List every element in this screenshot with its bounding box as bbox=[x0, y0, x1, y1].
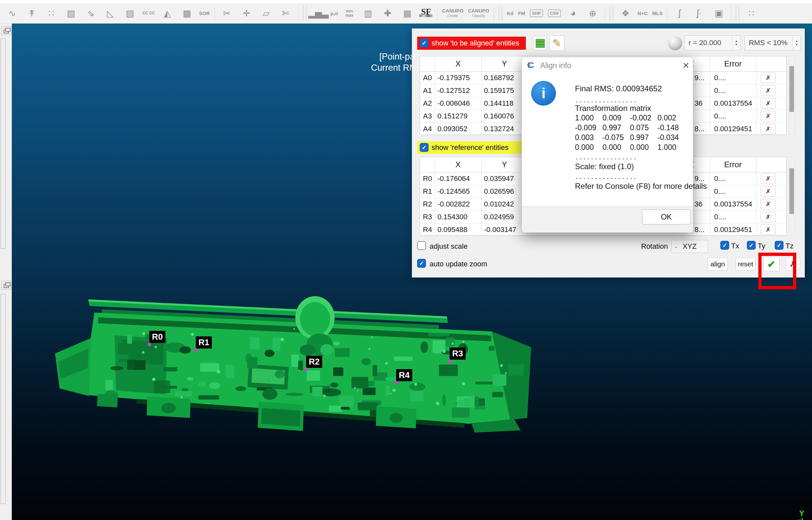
spline-fit-icon[interactable]: ʃ· bbox=[691, 6, 707, 21]
row-label: R2 bbox=[420, 198, 435, 210]
shp-file-icon[interactable]: SHP bbox=[530, 6, 543, 21]
align-button[interactable]: align bbox=[708, 258, 728, 270]
validate-button[interactable]: ✔ bbox=[763, 257, 780, 271]
matrix-value: -0.009 bbox=[575, 123, 603, 133]
mesh-sample-icon[interactable]: ◺ bbox=[103, 6, 118, 21]
toggle-ty-checkbox[interactable]: ✓ bbox=[747, 241, 756, 250]
matrix-value: 0.997 bbox=[630, 133, 657, 143]
toolbar-drag-handle[interactable] bbox=[610, 6, 613, 20]
radius-field[interactable]: r = 20.000 ▲▼ bbox=[684, 35, 741, 50]
show-reference-toggle[interactable]: ✓ show 'reference' entities bbox=[417, 141, 525, 154]
sphere-picking-button[interactable] bbox=[668, 36, 682, 50]
point-picking-icon[interactable]: ▧ bbox=[123, 6, 137, 21]
gauss-stats-icon[interactable]: μ,σ bbox=[331, 6, 338, 21]
toggle-tz-checkbox[interactable]: ✓ bbox=[775, 241, 784, 250]
delete-point-button[interactable]: ✗ bbox=[761, 85, 776, 96]
cancel-button[interactable]: ✗ bbox=[786, 258, 800, 270]
cc-compare-icon[interactable]: CC CC bbox=[142, 6, 155, 21]
delete-point-button[interactable]: ✗ bbox=[761, 98, 776, 109]
filter-noise-icon[interactable]: ▥ bbox=[360, 6, 376, 21]
rms-threshold-field[interactable]: RMS < 10% ▲▼ bbox=[744, 35, 801, 50]
point-cloud-icon[interactable]: ∷ bbox=[44, 6, 59, 21]
delete-point-button[interactable]: ✗ bbox=[761, 111, 776, 122]
cell-x: 0.151279 bbox=[437, 110, 480, 122]
toggle-tz-label: Tz bbox=[785, 242, 793, 250]
rotation-dropdown[interactable]: ⌄ XYZ bbox=[671, 240, 708, 253]
dock-float-button[interactable] bbox=[1, 26, 11, 35]
toggle-tx-checkbox[interactable]: ✓ bbox=[720, 241, 729, 250]
collapsed-dock-panel[interactable] bbox=[1, 294, 5, 504]
row-label: A1 bbox=[420, 84, 435, 97]
picked-point-marker bbox=[448, 359, 452, 363]
pie-chart-icon[interactable]: ◕ bbox=[565, 6, 581, 21]
edit-pencil-button[interactable]: ✎ bbox=[550, 35, 564, 51]
delete-point-button[interactable]: ✗ bbox=[761, 124, 776, 134]
translate-rotate-icon[interactable]: ✛ bbox=[239, 6, 254, 21]
toolbar-drag-handle[interactable] bbox=[303, 6, 306, 20]
calculator-icon[interactable]: ▦ bbox=[400, 6, 415, 21]
ok-button[interactable]: OK bbox=[642, 209, 690, 225]
adjust-scale-checkbox[interactable]: ✓ bbox=[417, 241, 426, 250]
canupo-create-icon[interactable]: CANUPOCreate bbox=[442, 6, 463, 21]
cell-error: 0.00137554 bbox=[714, 97, 755, 110]
classification-dots-icon[interactable]: ∷ bbox=[744, 6, 759, 21]
cell-y: 0.035947 bbox=[484, 172, 526, 185]
radius-spinner[interactable]: ▲▼ bbox=[732, 36, 740, 50]
collapsed-dock-panel[interactable] bbox=[1, 38, 5, 249]
plugins-icon[interactable]: ❖ bbox=[618, 6, 633, 21]
interactive-segment-icon[interactable]: ✄ bbox=[278, 6, 294, 21]
show-reference-checkbox[interactable]: ✓ bbox=[420, 143, 429, 152]
rms-spinner[interactable]: ▲▼ bbox=[792, 36, 801, 50]
adjust-scale-label: adjust scale bbox=[430, 242, 467, 251]
cell-z-partial bbox=[694, 110, 709, 122]
mesh-surface-icon[interactable]: ▨ bbox=[64, 6, 79, 21]
delete-point-button[interactable]: ✗ bbox=[761, 212, 776, 222]
histogram-icon[interactable]: ▂▅▃ bbox=[311, 6, 326, 21]
scissors-segment-icon[interactable]: ✂ bbox=[219, 6, 234, 21]
aligned-table-scrollbar[interactable] bbox=[788, 56, 795, 135]
cell-x: -0.002822 bbox=[437, 198, 480, 210]
delete-point-button[interactable]: ✗ bbox=[761, 225, 776, 235]
csv-file-icon[interactable]: CSV bbox=[548, 6, 561, 21]
toolbar-separator bbox=[298, 6, 298, 21]
globe-icon[interactable]: ⊕ bbox=[585, 6, 600, 21]
toolbar-drag-handle[interactable] bbox=[736, 6, 739, 20]
auto-update-zoom-label: auto update zoom bbox=[430, 260, 487, 268]
scalar-field-icon[interactable]: SF bbox=[420, 6, 433, 21]
cage-edit-icon[interactable]: ▣ bbox=[711, 6, 726, 21]
cell-z-partial: 36 bbox=[694, 97, 709, 110]
auto-update-zoom-checkbox[interactable]: ✓ bbox=[417, 259, 426, 268]
main-toolbar: ∿↟∷▨⇘◺▧CC CC◭▩SOR✂✛▱✄▂▅▃μ,σmin max▥✚▦SFC… bbox=[0, 3, 812, 24]
cross-section-icon[interactable]: ▱ bbox=[259, 6, 274, 21]
dialog-close-button[interactable]: ✕ bbox=[681, 60, 691, 70]
npc-icon[interactable]: N+C bbox=[637, 6, 647, 21]
cell-x: 0.154300 bbox=[437, 210, 480, 223]
person-height-icon[interactable]: ↟ bbox=[24, 6, 39, 21]
canupo-classify-icon[interactable]: CANUPOClassify bbox=[468, 6, 489, 21]
primitives-icon[interactable]: ◭ bbox=[160, 6, 175, 21]
delete-point-button[interactable]: ✗ bbox=[761, 186, 776, 197]
minmax-filter-icon[interactable]: min max bbox=[343, 6, 356, 21]
add-point-icon[interactable]: ✚ bbox=[380, 6, 395, 21]
cell-z-partial: 8... bbox=[694, 122, 709, 135]
fm-icon[interactable]: FM bbox=[518, 6, 525, 21]
delete-point-button[interactable]: ✗ bbox=[761, 199, 776, 209]
row-label: A0 bbox=[420, 71, 435, 84]
kd-tree-icon[interactable]: Kd bbox=[507, 6, 513, 21]
matrix-value: -0.075 bbox=[603, 133, 630, 143]
show-aligned-toggle[interactable]: ✓ show 'to be aligned' entities bbox=[417, 37, 526, 50]
spline-icon[interactable]: ʃ bbox=[672, 6, 687, 21]
delete-point-button[interactable]: ✗ bbox=[761, 73, 776, 83]
mls-icon[interactable]: MLS bbox=[652, 6, 663, 21]
sor-filter-icon[interactable]: SOR bbox=[199, 6, 210, 21]
delete-point-button[interactable]: ✗ bbox=[761, 174, 776, 184]
export-point-list-button[interactable] bbox=[533, 36, 547, 50]
curve-tool-icon[interactable]: ∿ bbox=[5, 6, 20, 21]
toolbar-drag-handle[interactable] bbox=[499, 6, 502, 20]
checker-texture-icon[interactable]: ▩ bbox=[179, 6, 195, 21]
reference-table-scrollbar[interactable] bbox=[788, 157, 795, 236]
subsample-points-icon[interactable]: ⇘ bbox=[83, 6, 98, 21]
dock-float-button[interactable] bbox=[1, 281, 11, 290]
show-aligned-checkbox[interactable]: ✓ bbox=[420, 38, 429, 48]
reset-button[interactable]: reset bbox=[735, 258, 756, 270]
